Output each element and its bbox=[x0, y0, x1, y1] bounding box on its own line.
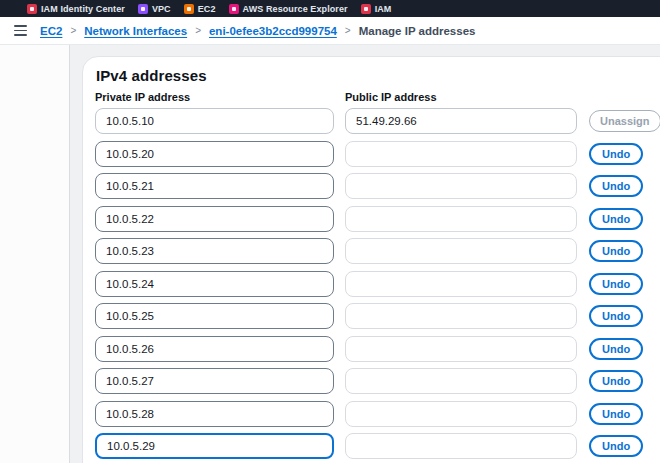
ip-address-rows: Unassign Undo Undo Undo Undo Undo Undo U… bbox=[95, 108, 660, 459]
main-content: IPv4 addresses Private IP address Public… bbox=[0, 45, 660, 463]
browser-tab-label: EC2 bbox=[198, 4, 216, 14]
public-ip-input[interactable] bbox=[345, 206, 577, 232]
breadcrumb-separator: > bbox=[345, 25, 351, 36]
browser-tab-label: IAM bbox=[375, 4, 392, 14]
private-ip-input[interactable] bbox=[95, 368, 334, 394]
undo-button[interactable]: Undo bbox=[589, 273, 643, 295]
breadcrumb-link-eni-0efee3b2ccd999754[interactable]: eni-0efee3b2ccd999754 bbox=[209, 25, 337, 37]
private-ip-input[interactable] bbox=[95, 336, 334, 362]
page-title: IPv4 addresses bbox=[96, 67, 660, 85]
public-ip-input[interactable] bbox=[345, 336, 577, 362]
ip-address-row: Undo bbox=[95, 271, 660, 297]
undo-button[interactable]: Undo bbox=[589, 370, 643, 392]
public-ip-input[interactable] bbox=[345, 303, 577, 329]
private-ip-input[interactable] bbox=[95, 271, 334, 297]
ip-address-row: Undo bbox=[95, 238, 660, 264]
undo-button[interactable]: Undo bbox=[589, 305, 643, 327]
undo-button[interactable]: Undo bbox=[589, 143, 643, 165]
ip-address-row: Unassign bbox=[95, 108, 660, 134]
ip-address-row: Undo bbox=[95, 173, 660, 199]
browser-tab-label: IAM Identity Center bbox=[41, 4, 125, 14]
ec2-favicon bbox=[184, 4, 194, 14]
browser-tab-ec2[interactable]: EC2 bbox=[182, 1, 218, 16]
undo-button[interactable]: Undo bbox=[589, 338, 643, 360]
public-ip-input[interactable] bbox=[345, 141, 577, 167]
public-ip-input[interactable] bbox=[345, 108, 577, 134]
public-ip-column-label: Public IP address bbox=[345, 91, 577, 103]
menu-icon[interactable] bbox=[14, 25, 27, 36]
public-ip-input[interactable] bbox=[345, 433, 577, 459]
browser-tab-iam[interactable]: IAM bbox=[359, 1, 394, 16]
browser-tab-vpc[interactable]: VPC bbox=[136, 1, 173, 16]
private-ip-input[interactable] bbox=[95, 173, 334, 199]
private-ip-column-label: Private IP address bbox=[95, 91, 334, 103]
ip-address-row: Undo bbox=[95, 401, 660, 427]
private-ip-input[interactable] bbox=[95, 401, 334, 427]
public-ip-input[interactable] bbox=[345, 271, 577, 297]
ip-address-row: Undo bbox=[95, 336, 660, 362]
private-ip-input[interactable] bbox=[95, 206, 334, 232]
ip-address-row: Undo bbox=[95, 433, 660, 459]
vpc-favicon bbox=[138, 4, 148, 14]
breadcrumb-separator: > bbox=[195, 25, 201, 36]
ip-address-row: Undo bbox=[95, 141, 660, 167]
private-ip-input[interactable] bbox=[95, 238, 334, 264]
ip-address-row: Undo bbox=[95, 368, 660, 394]
breadcrumb-current: Manage IP addresses bbox=[359, 25, 476, 37]
undo-button[interactable]: Undo bbox=[589, 435, 643, 457]
browser-tab-label: AWS Resource Explorer bbox=[243, 4, 348, 14]
public-ip-input[interactable] bbox=[345, 401, 577, 427]
resource-explorer-favicon bbox=[229, 4, 239, 14]
browser-tab-aws-resource-explorer[interactable]: AWS Resource Explorer bbox=[227, 1, 350, 16]
public-ip-input[interactable] bbox=[345, 368, 577, 394]
unassign-button[interactable]: Unassign bbox=[589, 110, 660, 132]
side-navigation-panel bbox=[0, 45, 70, 463]
private-ip-input[interactable] bbox=[95, 108, 334, 134]
ip-address-row: Undo bbox=[95, 303, 660, 329]
breadcrumb: EC2>Network Interfaces>eni-0efee3b2ccd99… bbox=[40, 25, 475, 37]
breadcrumb-link-network-interfaces[interactable]: Network Interfaces bbox=[84, 25, 187, 37]
breadcrumb-link-ec2[interactable]: EC2 bbox=[40, 25, 62, 37]
iam-favicon bbox=[361, 4, 371, 14]
breadcrumb-bar: EC2>Network Interfaces>eni-0efee3b2ccd99… bbox=[0, 17, 660, 45]
private-ip-input[interactable] bbox=[95, 433, 334, 459]
public-ip-input[interactable] bbox=[345, 238, 577, 264]
ip-address-row: Undo bbox=[95, 206, 660, 232]
column-headers: Private IP address Public IP address bbox=[95, 91, 660, 103]
public-ip-input[interactable] bbox=[345, 173, 577, 199]
private-ip-input[interactable] bbox=[95, 141, 334, 167]
private-ip-input[interactable] bbox=[95, 303, 334, 329]
browser-tab-iam-identity-center[interactable]: IAM Identity Center bbox=[25, 1, 127, 16]
browser-tab-strip: IAM Identity Center VPC EC2 AWS Resource… bbox=[0, 0, 660, 17]
browser-tab-label: VPC bbox=[152, 4, 171, 14]
undo-button[interactable]: Undo bbox=[589, 403, 643, 425]
undo-button[interactable]: Undo bbox=[589, 175, 643, 197]
undo-button[interactable]: Undo bbox=[589, 240, 643, 262]
breadcrumb-separator: > bbox=[70, 25, 76, 36]
iam-identity-center-favicon bbox=[27, 4, 37, 14]
ipv4-addresses-card: IPv4 addresses Private IP address Public… bbox=[82, 56, 660, 463]
undo-button[interactable]: Undo bbox=[589, 208, 643, 230]
